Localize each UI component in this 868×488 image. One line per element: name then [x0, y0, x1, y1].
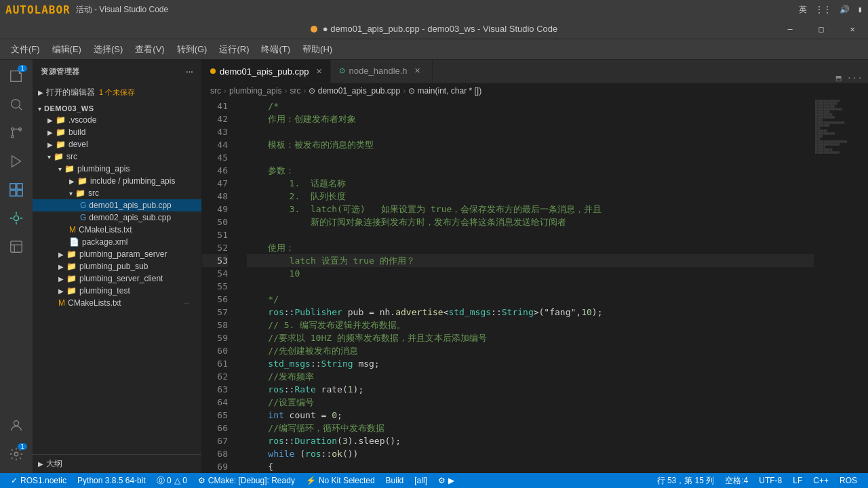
- breadcrumb-plumbing-apis[interactable]: plumbing_apis: [229, 86, 281, 96]
- include-icon: 📁: [77, 176, 87, 186]
- status-ros-distro[interactable]: ROS: [834, 473, 863, 488]
- status-python[interactable]: Python 3.8.5 64-bit: [72, 473, 151, 488]
- split-editor-icon[interactable]: ⬒: [836, 73, 842, 83]
- tree-param-server[interactable]: ▶ 📁 plumbing_param_server: [33, 248, 201, 260]
- code-area[interactable]: 4142434445464748495051525354555657585960…: [202, 98, 868, 473]
- tree-vscode[interactable]: ▶ 📁 .vscode: [33, 114, 201, 126]
- open-editors-header[interactable]: ▶ 打开的编辑器 1 个未保存: [33, 85, 201, 100]
- tree-plumbing-apis[interactable]: ▾ 📁 plumbing_apis: [33, 163, 201, 175]
- system-bar-left: AUTOLABOR 活动 - Visual Studio Code: [5, 3, 168, 16]
- code-line-65: int count = 0;: [247, 409, 814, 422]
- code-line-47: 1. 话题名称: [247, 177, 814, 190]
- status-kit[interactable]: ⚡ No Kit Selected: [300, 473, 380, 488]
- lang-indicator[interactable]: 英: [799, 4, 807, 16]
- maximize-button[interactable]: □: [806, 19, 837, 39]
- build-target-label: [all]: [414, 476, 427, 485]
- tree-src-inner[interactable]: ▾ 📁 src: [33, 187, 201, 199]
- activity-account[interactable]: [3, 412, 30, 439]
- build-chevron: ▶: [47, 129, 53, 136]
- outline-header[interactable]: ▶ 大纲: [33, 456, 201, 472]
- server-client-icon: 📁: [66, 274, 77, 283]
- tree-root-demo03[interactable]: ▾ DEMO03_WS: [33, 103, 201, 114]
- tree-build[interactable]: ▶ 📁 build: [33, 126, 201, 138]
- breadcrumb-sep2: ›: [284, 86, 287, 96]
- status-build[interactable]: Build: [380, 473, 410, 488]
- status-ros[interactable]: ✓ ROS1.noetic: [5, 473, 72, 488]
- breadcrumb-src2[interactable]: src: [290, 86, 300, 96]
- network-icon: ⋮⋮: [815, 5, 831, 14]
- kit-icon: ⚡: [306, 476, 316, 485]
- title-bar-controls: – □ ✕: [774, 19, 868, 39]
- more-actions-icon[interactable]: ···: [847, 73, 863, 83]
- sidebar: 资源管理器 ··· ▶ 打开的编辑器 1 个未保存 ▾ DEMO03_WS ▶ …: [33, 60, 202, 473]
- system-bar: AUTOLABOR 活动 - Visual Studio Code 英 ⋮⋮ 🔊…: [0, 0, 868, 19]
- plumbing-apis-label: plumbing_apis: [77, 164, 130, 174]
- tab-node-handle-close[interactable]: ✕: [414, 66, 420, 75]
- code-line-54: 10: [247, 267, 814, 280]
- title-text: ● demo01_apis_pub.cpp - demo03_ws - Visu…: [323, 24, 558, 34]
- activity-settings[interactable]: 1: [3, 441, 30, 468]
- minimize-button[interactable]: –: [774, 19, 806, 39]
- activity-file2[interactable]: [3, 233, 30, 260]
- breadcrumb-file[interactable]: ⊙ demo01_apis_pub.cpp: [309, 86, 400, 96]
- status-cmake[interactable]: ⚙ CMake: [Debug]: Ready: [193, 473, 300, 488]
- tree-plumbing-test[interactable]: ▶ 📁 plumbing_test: [33, 285, 201, 297]
- tab-node-handle[interactable]: ⊙ node_handle.h ✕: [331, 60, 433, 83]
- vscode-icon: 📁: [56, 115, 66, 125]
- sidebar-title: 资源管理器: [41, 66, 80, 77]
- code-content[interactable]: /* 作用：创建发布者对象 模板：被发布的消息的类型 参数： 1. 话题名称 2…: [236, 98, 814, 473]
- status-language[interactable]: C++: [808, 473, 834, 488]
- tree-server-client[interactable]: ▶ 📁 plumbing_server_client: [33, 272, 201, 285]
- breadcrumb-src[interactable]: src: [210, 86, 221, 96]
- activity-debug[interactable]: [3, 148, 30, 175]
- tree-cmake1[interactable]: M CMakeLists.txt: [33, 224, 201, 236]
- tree-pub-sub[interactable]: ▶ 📁 plumbing_pub_sub: [33, 260, 201, 272]
- menu-help[interactable]: 帮助(H): [297, 41, 338, 58]
- activity-files[interactable]: 1: [3, 62, 30, 89]
- outline-section: ▶ 大纲: [33, 454, 201, 473]
- menu-run[interactable]: 运行(R): [214, 41, 254, 58]
- status-build-target[interactable]: [all]: [409, 473, 433, 488]
- status-errors[interactable]: ⓪ 0 △ 0: [151, 473, 193, 488]
- status-encoding[interactable]: UTF-8: [753, 473, 787, 488]
- menu-select[interactable]: 选择(S): [88, 41, 128, 58]
- tree-demo01[interactable]: G demo01_apis_pub.cpp: [33, 199, 201, 211]
- status-spaces[interactable]: 空格:4: [719, 473, 753, 488]
- ros-distro-label: ROS: [840, 476, 857, 485]
- line-col-label: 行 53，第 15 列: [657, 475, 715, 487]
- close-button[interactable]: ✕: [837, 19, 868, 39]
- code-line-41: /*: [247, 100, 814, 113]
- sidebar-more-icon[interactable]: ···: [186, 68, 193, 76]
- tree-src[interactable]: ▾ 📁 src: [33, 150, 201, 163]
- status-line-ending[interactable]: LF: [787, 473, 808, 488]
- menu-edit[interactable]: 编辑(E): [47, 41, 87, 58]
- menu-terminal[interactable]: 终端(T): [256, 41, 296, 58]
- server-client-chevron: ▶: [58, 275, 64, 283]
- activity-git[interactable]: [3, 119, 30, 146]
- menu-file[interactable]: 文件(F): [5, 41, 45, 58]
- tree-include[interactable]: ▶ 📁 include / plumbing_apis: [33, 175, 201, 187]
- breadcrumb-func[interactable]: ⊙ main(int, char * []): [408, 86, 481, 96]
- root-chevron: ▾: [38, 105, 41, 113]
- tree-package[interactable]: 📄 package.xml: [33, 236, 201, 248]
- open-editors-label: 打开的编辑器: [46, 87, 95, 98]
- tree-demo02[interactable]: G demo02_apis_sub.cpp: [33, 211, 201, 224]
- code-line-67: ros::Duration(3).sleep();: [247, 434, 814, 447]
- status-debug-run[interactable]: ⚙ ▶: [433, 473, 460, 488]
- tree-devel[interactable]: ▶ 📁 devel: [33, 138, 201, 150]
- activity-ros[interactable]: [3, 205, 30, 232]
- code-line-56: */: [247, 293, 814, 306]
- build-label: build: [68, 127, 85, 137]
- tree-cmake-root[interactable]: M CMakeLists.txt ↔: [33, 297, 201, 309]
- menu-goto[interactable]: 转到(G): [172, 41, 213, 58]
- vscode-label: .vscode: [68, 115, 96, 125]
- status-bar: ✓ ROS1.noetic Python 3.8.5 64-bit ⓪ 0 △ …: [0, 473, 868, 488]
- code-line-49: 3. latch(可选) 如果设置为 true，会保存发布方的最后一条消息，并且: [247, 203, 814, 216]
- tab-demo01-close[interactable]: ✕: [316, 67, 322, 76]
- activity-search[interactable]: [3, 91, 30, 118]
- status-line-col[interactable]: 行 53，第 15 列: [652, 473, 720, 488]
- minimap[interactable]: ████████████████████ ██████████████████ …: [814, 98, 868, 473]
- activity-extensions[interactable]: [3, 176, 30, 203]
- menu-view[interactable]: 查看(V): [130, 41, 170, 58]
- tab-demo01[interactable]: demo01_apis_pub.cpp ✕: [202, 60, 331, 83]
